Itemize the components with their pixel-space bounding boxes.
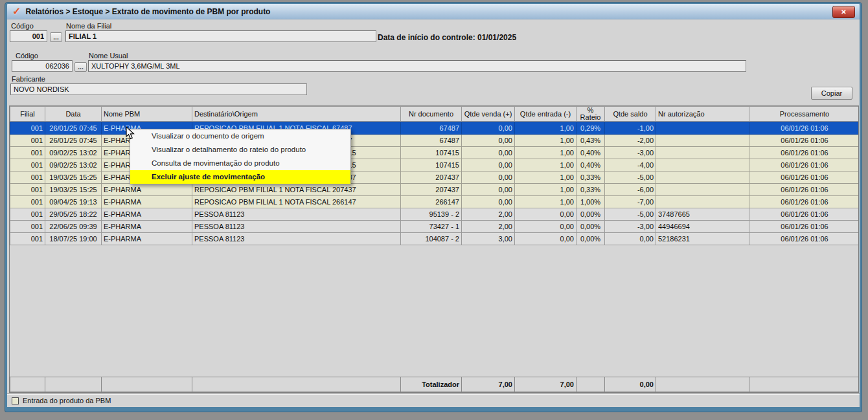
- column-header-nr_autorizacao[interactable]: Nr autorização: [656, 107, 749, 122]
- cell-qtde_entrada[interactable]: 1,00: [515, 159, 577, 171]
- cell-data[interactable]: 18/07/25 19:00: [45, 233, 102, 245]
- cell-rateio[interactable]: 0,00%: [577, 233, 605, 245]
- cell-qtde_entrada[interactable]: 0,00: [515, 233, 577, 245]
- cell-rateio[interactable]: 0,40%: [577, 147, 605, 159]
- cell-filial[interactable]: 001: [10, 184, 45, 196]
- cell-filial[interactable]: 001: [10, 233, 45, 245]
- cell-qtde_entrada[interactable]: 1,00: [515, 196, 577, 208]
- cell-filial[interactable]: 001: [10, 135, 45, 147]
- cell-qtde_saldo[interactable]: -7,00: [605, 196, 656, 208]
- context-menu-item-2[interactable]: Visualizar o detalhamento do rateio do p…: [130, 143, 350, 157]
- context-menu-item-4[interactable]: Excluir ajuste de movimentação: [130, 170, 350, 184]
- cell-destinatario[interactable]: REPOSICAO PBM FILIAL 1 NOTA FISCAL 20743…: [192, 184, 401, 196]
- cell-processamento[interactable]: 06/01/26 01:06: [749, 159, 860, 171]
- cell-nr_autorizacao[interactable]: 52186231: [656, 233, 749, 245]
- cell-qtde_venda[interactable]: 0,00: [462, 184, 515, 196]
- cell-nr_autorizacao[interactable]: [656, 122, 749, 135]
- cell-qtde_saldo[interactable]: 0,00: [605, 233, 656, 245]
- table-row[interactable]: 00109/04/25 19:13E-PHARMAREPOSICAO PBM F…: [10, 196, 860, 208]
- context-menu-item-1[interactable]: Visualizar o documento de origem: [130, 129, 350, 143]
- cell-nr_autorizacao[interactable]: [656, 184, 749, 196]
- column-header-processamento[interactable]: Processamento: [749, 107, 860, 122]
- produto-codigo-field[interactable]: 062036: [12, 60, 73, 72]
- cell-qtde_saldo[interactable]: -3,00: [605, 221, 656, 233]
- cell-processamento[interactable]: 06/01/26 01:06: [749, 196, 860, 208]
- cell-qtde_saldo[interactable]: -6,00: [605, 184, 656, 196]
- cell-qtde_saldo[interactable]: -5,00: [605, 171, 656, 184]
- cell-qtde_entrada[interactable]: 1,00: [515, 135, 577, 147]
- cell-qtde_saldo[interactable]: -4,00: [605, 159, 656, 171]
- cell-rateio[interactable]: 0,40%: [577, 159, 605, 171]
- column-header-qtde_venda[interactable]: Qtde venda (+): [462, 107, 515, 122]
- cell-nr_documento[interactable]: 67487: [401, 135, 462, 147]
- cell-processamento[interactable]: 06/01/26 01:06: [749, 221, 860, 233]
- cell-data[interactable]: 19/03/25 15:25: [45, 184, 102, 196]
- produto-browse-button[interactable]: ...: [74, 62, 87, 72]
- cell-destinatario[interactable]: PESSOA 81123: [192, 221, 401, 233]
- cell-nome_pbm[interactable]: E-PHARMA: [102, 196, 192, 208]
- cell-data[interactable]: 19/03/25 15:25: [45, 171, 102, 184]
- cell-nr_documento[interactable]: 107415: [401, 159, 462, 171]
- column-header-nr_documento[interactable]: Nr documento: [401, 107, 462, 122]
- table-row[interactable]: 00119/03/25 15:25E-PHARMAREPOSICAO PBM F…: [10, 184, 860, 196]
- cell-data[interactable]: 26/01/25 07:45: [45, 135, 102, 147]
- cell-data[interactable]: 29/05/25 18:22: [45, 208, 102, 221]
- cell-qtde_venda[interactable]: 0,00: [462, 147, 515, 159]
- cell-qtde_saldo[interactable]: -1,00: [605, 122, 656, 135]
- cell-rateio[interactable]: 0,33%: [577, 171, 605, 184]
- cell-filial[interactable]: 001: [10, 208, 45, 221]
- cell-data[interactable]: 26/01/25 07:45: [45, 122, 102, 135]
- cell-processamento[interactable]: 06/01/26 01:06: [749, 135, 860, 147]
- cell-qtde_saldo[interactable]: -3,00: [605, 147, 656, 159]
- cell-qtde_entrada[interactable]: 1,00: [515, 171, 577, 184]
- cell-filial[interactable]: 001: [10, 147, 45, 159]
- cell-destinatario[interactable]: PESSOA 81123: [192, 233, 401, 245]
- cell-filial[interactable]: 001: [10, 159, 45, 171]
- cell-qtde_entrada[interactable]: 1,00: [515, 147, 577, 159]
- column-header-qtde_entrada[interactable]: Qtde entrada (-): [515, 107, 577, 122]
- cell-nome_pbm[interactable]: E-PHARMA: [102, 233, 192, 245]
- column-header-filial[interactable]: Filial: [10, 107, 45, 122]
- cell-nome_pbm[interactable]: E-PHARMA: [102, 221, 192, 233]
- cell-qtde_entrada[interactable]: 0,00: [515, 221, 577, 233]
- copiar-button[interactable]: Copiar: [811, 87, 852, 100]
- cell-qtde_venda[interactable]: 3,00: [462, 233, 515, 245]
- cell-data[interactable]: 09/04/25 19:13: [45, 196, 102, 208]
- cell-nr_autorizacao[interactable]: 44946694: [656, 221, 749, 233]
- cell-nr_documento[interactable]: 207437: [401, 171, 462, 184]
- cell-data[interactable]: 22/06/25 09:39: [45, 221, 102, 233]
- cell-nr_documento[interactable]: 266147: [401, 196, 462, 208]
- cell-rateio[interactable]: 1,00%: [577, 196, 605, 208]
- filial-codigo-field[interactable]: 001: [10, 30, 47, 42]
- cell-nr_documento[interactable]: 67487: [401, 122, 462, 135]
- cell-filial[interactable]: 001: [10, 196, 45, 208]
- cell-qtde_venda[interactable]: 0,00: [462, 171, 515, 184]
- cell-nr_documento[interactable]: 95139 - 2: [401, 208, 462, 221]
- fabricante-field[interactable]: NOVO NORDISK: [10, 83, 307, 95]
- cell-data[interactable]: 09/02/25 13:02: [45, 159, 102, 171]
- cell-qtde_entrada[interactable]: 1,00: [515, 122, 577, 135]
- cell-rateio[interactable]: 0,43%: [577, 135, 605, 147]
- column-header-destinatario[interactable]: Destinatário\Origem: [192, 107, 401, 122]
- cell-nr_documento[interactable]: 104087 - 2: [401, 233, 462, 245]
- cell-nr_autorizacao[interactable]: [656, 135, 749, 147]
- cell-data[interactable]: 09/02/25 13:02: [45, 147, 102, 159]
- cell-qtde_entrada[interactable]: 0,00: [515, 208, 577, 221]
- cell-qtde_venda[interactable]: 0,00: [462, 122, 515, 135]
- context-menu-item-3[interactable]: Consulta de movimentação do produto: [130, 157, 350, 170]
- column-header-data[interactable]: Data: [45, 107, 102, 122]
- table-row[interactable]: 00118/07/25 19:00E-PHARMAPESSOA 81123104…: [10, 233, 860, 245]
- cell-nr_autorizacao[interactable]: 37487665: [656, 208, 749, 221]
- cell-qtde_saldo[interactable]: -2,00: [605, 135, 656, 147]
- cell-qtde_venda[interactable]: 0,00: [462, 159, 515, 171]
- cell-qtde_saldo[interactable]: -5,00: [605, 208, 656, 221]
- cell-rateio[interactable]: 0,00%: [577, 221, 605, 233]
- cell-filial[interactable]: 001: [10, 221, 45, 233]
- cell-rateio[interactable]: 0,29%: [577, 122, 605, 135]
- cell-nr_autorizacao[interactable]: [656, 159, 749, 171]
- column-header-qtde_saldo[interactable]: Qtde saldo: [605, 107, 656, 122]
- cell-processamento[interactable]: 06/01/26 01:06: [749, 171, 860, 184]
- cell-filial[interactable]: 001: [10, 122, 45, 135]
- cell-qtde_venda[interactable]: 0,00: [462, 196, 515, 208]
- cell-destinatario[interactable]: REPOSICAO PBM FILIAL 1 NOTA FISCAL 26614…: [192, 196, 401, 208]
